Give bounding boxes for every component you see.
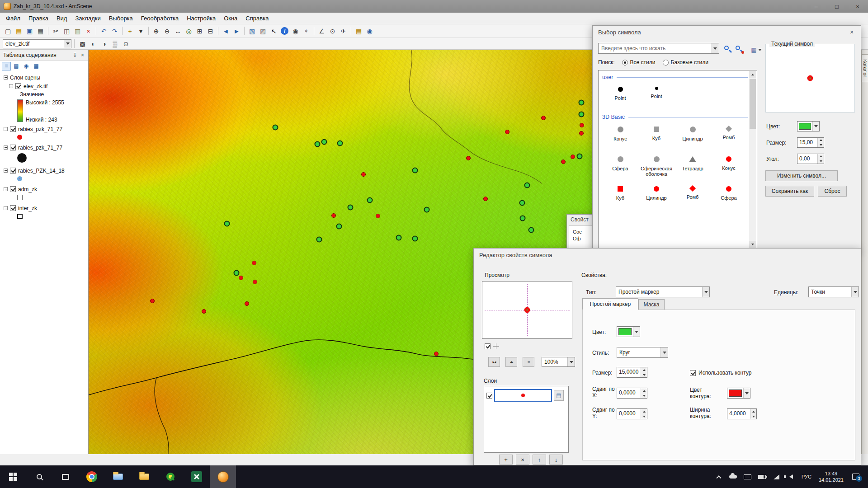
- close-panel-icon[interactable]: ×: [79, 51, 86, 59]
- map-marker-green[interactable]: [234, 270, 240, 276]
- layer-symbol[interactable]: [17, 135, 22, 140]
- map-marker-red[interactable]: [579, 131, 584, 136]
- full-extent-icon[interactable]: ◎: [184, 26, 194, 36]
- brightness-icon[interactable]: ◑: [99, 38, 109, 49]
- map-marker-green[interactable]: [321, 139, 327, 145]
- symbol-item[interactable]: Point: [638, 82, 675, 112]
- list-by-selection-icon[interactable]: ▦: [32, 62, 41, 70]
- tab-simple-marker[interactable]: Простой маркер: [582, 298, 638, 310]
- collapse-icon[interactable]: [4, 145, 8, 150]
- list-by-visibility-icon[interactable]: ◉: [22, 62, 31, 70]
- layer-visibility-checkbox[interactable]: [10, 145, 16, 150]
- offset-x-stepper[interactable]: 0,0000: [617, 388, 647, 399]
- layer-visibility-checkbox[interactable]: [10, 186, 16, 192]
- minimize-button[interactable]: –: [806, 0, 826, 13]
- radio-all-styles[interactable]: Все стили: [622, 59, 656, 66]
- catalog-tab[interactable]: Каталог: [862, 54, 868, 82]
- save-as-button[interactable]: Сохранить как: [765, 186, 814, 197]
- open-folder-icon[interactable]: ▤: [14, 26, 24, 36]
- close-icon[interactable]: ×: [846, 27, 857, 37]
- symbol-item[interactable]: Конус: [711, 152, 747, 182]
- map-marker-green[interactable]: [348, 205, 354, 211]
- menu-item-2[interactable]: Правка: [24, 13, 52, 23]
- undo-icon[interactable]: ↶: [99, 26, 109, 36]
- chevron-down-icon[interactable]: [633, 327, 640, 337]
- layer-name[interactable]: adm_zk: [18, 186, 37, 192]
- layer-name[interactable]: inter_zk: [18, 205, 37, 211]
- redo-icon[interactable]: ↷: [109, 26, 120, 36]
- symbol-item[interactable]: Ромб: [711, 122, 747, 152]
- maximize-button[interactable]: □: [826, 0, 847, 13]
- layer-row[interactable]: rabies_pzk_71_77: [4, 143, 87, 152]
- file-explorer-button[interactable]: [105, 465, 131, 488]
- marker-size-stepper[interactable]: 15,0000: [617, 367, 647, 378]
- print-icon[interactable]: ▦: [35, 26, 46, 36]
- move-layer-up-icon[interactable]: ↑: [533, 455, 546, 465]
- map-marker-green[interactable]: [315, 141, 321, 147]
- layer-lock-icon[interactable]: ▤: [554, 390, 564, 401]
- map-marker-green[interactable]: [412, 236, 418, 242]
- radio-basic-styles[interactable]: Базовые стили: [663, 59, 708, 66]
- map-marker-green[interactable]: [579, 112, 585, 117]
- layer-symbol[interactable]: [17, 153, 27, 163]
- map-marker-red[interactable]: [561, 160, 566, 164]
- layer-name[interactable]: rabies_pzk_71_77: [18, 126, 62, 132]
- identify-icon[interactable]: i: [281, 27, 288, 35]
- layer-row[interactable]: rabies_PZK_14_18: [4, 166, 87, 175]
- menu-item-9[interactable]: Справка: [241, 13, 273, 23]
- symbol-item[interactable]: Цилиндр: [675, 122, 711, 152]
- menu-item-7[interactable]: Настройка: [183, 13, 220, 23]
- map-marker-green[interactable]: [524, 183, 530, 188]
- chevron-down-icon[interactable]: [711, 43, 719, 53]
- raster-layer-row[interactable]: elev_zk.tif: [4, 82, 87, 90]
- symbol-item[interactable]: Цилиндр: [638, 182, 675, 211]
- add-symbol-layer-icon[interactable]: +: [499, 455, 513, 465]
- map-marker-red[interactable]: [505, 130, 509, 134]
- excel-button[interactable]: [184, 465, 210, 488]
- raster-visibility-checkbox[interactable]: [15, 83, 21, 89]
- start-button[interactable]: [0, 465, 26, 488]
- spin-down-icon[interactable]: [750, 414, 756, 419]
- use-outline-checkbox[interactable]: Использовать контур: [690, 370, 751, 376]
- symbol-item[interactable]: Тетраэдр: [675, 152, 711, 182]
- map-marker-red[interactable]: [376, 214, 380, 218]
- reset-button[interactable]: Сброс: [818, 186, 847, 197]
- time-slider-icon[interactable]: ⊙: [327, 26, 338, 36]
- outline-width-stepper[interactable]: 4,0000: [727, 408, 757, 419]
- symbol-type-combo[interactable]: Простой маркер: [616, 286, 710, 297]
- offset-y-stepper[interactable]: 0,0000: [617, 408, 647, 419]
- color-picker[interactable]: [797, 121, 820, 131]
- map-marker-red[interactable]: [483, 197, 488, 201]
- symbol-layer-thumbnail[interactable]: [494, 389, 552, 402]
- delete-symbol-layer-icon[interactable]: ×: [516, 455, 529, 465]
- spin-up-icon[interactable]: [641, 367, 647, 372]
- chevron-down-icon[interactable]: [812, 122, 819, 131]
- search-icon[interactable]: [723, 45, 733, 55]
- zoom-out-icon[interactable]: ⊖: [162, 26, 172, 36]
- checkbox-icon[interactable]: [485, 343, 491, 349]
- chevron-down-icon[interactable]: [567, 357, 575, 366]
- menu-item-8[interactable]: Окна: [220, 13, 241, 23]
- search-window-icon[interactable]: ◉: [364, 26, 375, 36]
- view-style-icon[interactable]: ▦: [748, 45, 764, 55]
- catalog-window-icon[interactable]: ▤: [354, 26, 364, 36]
- layer-symbol[interactable]: [17, 195, 23, 200]
- map-marker-red[interactable]: [253, 280, 257, 284]
- layer-visibility-checkbox[interactable]: [10, 205, 16, 211]
- zoom-one-to-one-icon[interactable]: ▪▪: [523, 357, 534, 367]
- scrollbar-thumb[interactable]: [750, 79, 756, 129]
- spin-down-icon[interactable]: [641, 372, 647, 377]
- symbol-item[interactable]: Сфера: [711, 182, 747, 211]
- select-elements-icon[interactable]: ↖: [269, 26, 279, 36]
- symbol-item[interactable]: Point: [602, 82, 638, 112]
- map-marker-green[interactable]: [396, 235, 402, 241]
- map-marker-green[interactable]: [336, 224, 342, 230]
- map-marker-green[interactable]: [337, 141, 343, 146]
- map-marker-green[interactable]: [424, 207, 430, 213]
- layer-symbol[interactable]: [17, 176, 22, 181]
- radio-icon[interactable]: [622, 60, 628, 66]
- map-marker-red[interactable]: [252, 261, 256, 265]
- layer-symbol[interactable]: [17, 214, 23, 219]
- list-by-drawing-order-icon[interactable]: ≡: [2, 62, 11, 70]
- auto-hide-pin-icon[interactable]: ↧: [71, 51, 79, 59]
